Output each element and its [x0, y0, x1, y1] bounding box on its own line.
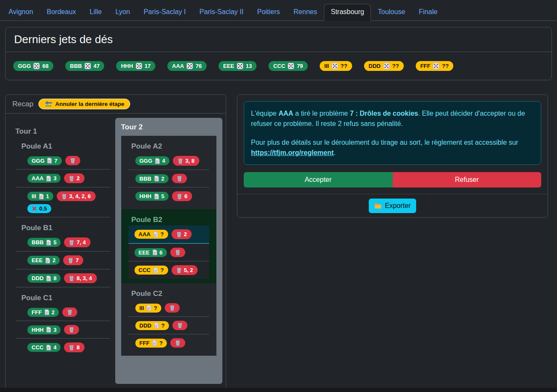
tour-2-current-box: Tour 2 Poule A2 GGG4 3, 8 — [115, 118, 223, 384]
refuse-button[interactable]: Refuser — [393, 172, 542, 187]
tab-lille[interactable]: Lille — [83, 4, 108, 21]
team-problem-pill: DDD? — [135, 321, 169, 330]
tab-paris-saclay-1[interactable]: Paris-Saclay I — [137, 4, 193, 21]
dice-icon — [288, 63, 294, 69]
team-row: BBB5 7, 4 — [15, 234, 110, 252]
city-tab-bar: Avignon Bordeaux Lille Lyon Paris-Saclay… — [0, 0, 557, 21]
dice-rolls-row: GGG68 BBB47 HHH17 AAA76 EEE13 CCC79 III?… — [6, 52, 551, 80]
dice-icon — [383, 63, 390, 69]
rejected-problems-pill: 7, 4 — [64, 237, 90, 247]
team-problem-pill: CCC? — [134, 266, 168, 275]
trash-icon — [68, 257, 73, 263]
trash-icon — [178, 158, 183, 164]
team-row: BBB2 — [128, 170, 210, 187]
problem-icon — [45, 257, 50, 263]
problem-icon — [154, 176, 159, 181]
tab-poitiers[interactable]: Poitiers — [250, 4, 286, 21]
reglement-link[interactable]: https://tfjm.org/reglement — [251, 149, 334, 156]
problem-icon — [44, 309, 50, 315]
rejected-problems-pill — [172, 321, 187, 330]
poule-c2-title: Poule C2 — [131, 290, 215, 298]
team-row: GGG4 3, 8 — [128, 152, 210, 170]
team-problem-pill: III1 — [27, 192, 53, 201]
tab-avignon[interactable]: Avignon — [2, 4, 40, 21]
dice-icon — [33, 63, 40, 69]
rejected-problems-pill: 3, 4, 2, 6 — [57, 191, 96, 201]
dice-roll-badge: DDD?? — [364, 61, 404, 71]
trash-icon — [69, 345, 74, 351]
team-problem-pill: CCC4 — [27, 343, 61, 352]
problem-icon — [153, 267, 158, 273]
trash-icon — [176, 231, 182, 237]
problem-icon — [154, 322, 159, 328]
problem-icon — [154, 193, 159, 199]
tab-toulouse[interactable]: Toulouse — [371, 4, 412, 21]
team-row: FFF2 — [15, 304, 110, 321]
team-problem-pill: GGG4 — [135, 156, 170, 165]
dice-roll-badge: AAA76 — [167, 61, 207, 71]
draw-info-alert: L'équipe AAA a tiré le problème 7 : Drôl… — [244, 101, 541, 165]
poule-c1-title: Poule C1 — [21, 294, 110, 302]
dice-roll-badge: EEE13 — [219, 61, 257, 71]
tab-paris-saclay-2[interactable]: Paris-Saclay II — [192, 4, 250, 21]
dice-icon — [332, 63, 338, 69]
team-problem-pill: EEE2 — [27, 256, 60, 265]
team-problem-pill: AAA3 — [27, 174, 61, 183]
trash-icon — [67, 309, 73, 315]
tab-lyon[interactable]: Lyon — [109, 4, 137, 21]
trash-icon — [69, 240, 74, 246]
team-problem-pill: DDD8 — [27, 274, 61, 283]
poule-b2-active: Poule B2 AAA? 2 E — [121, 209, 217, 283]
rejected-problems-pill — [170, 338, 185, 348]
team-row: HHH3 — [15, 321, 110, 339]
rejected-problems-pill — [64, 325, 79, 334]
tab-finale[interactable]: Finale — [412, 4, 444, 21]
poule-c1: Poule C1 FFF2 HHH3 — [15, 294, 110, 356]
problem-icon — [152, 340, 157, 346]
problem-icon — [152, 249, 157, 255]
trash-icon — [70, 158, 76, 164]
rejected-problems-pill: 7 — [63, 255, 83, 265]
team-problem-pill: HHH3 — [27, 325, 61, 334]
dice-icon — [237, 63, 243, 69]
poule-b2-title: Poule B2 — [131, 216, 215, 224]
dice-rolls-panel: Derniers jets de dés GGG68 BBB47 HHH17 A… — [5, 27, 552, 80]
tab-bordeaux[interactable]: Bordeaux — [40, 4, 83, 21]
draw-action-panel: L'équipe AAA a tiré le problème 7 : Drôl… — [237, 94, 548, 218]
rejected-problems-pill: 6 — [172, 191, 192, 201]
dice-panel-title: Derniers jets de dés — [14, 33, 543, 46]
dice-roll-badge: III?? — [320, 61, 352, 71]
team-row: DDD? — [128, 317, 210, 334]
undo-last-step-button[interactable]: Annuler la dernière étape — [38, 99, 130, 109]
poule-b1: Poule B1 BBB5 7, 4 EEE2 7 — [15, 224, 110, 287]
rules-info-text: Pour plus de détails sur le déroulement … — [251, 137, 534, 158]
rejected-problems-pill — [65, 156, 80, 165]
problem-icon — [46, 176, 51, 181]
dice-icon — [136, 63, 142, 69]
back-icon — [44, 101, 52, 107]
trash-icon — [177, 193, 182, 199]
tour-1-column: Tour 1 Poule A1 GGG7 AAA3 2 — [11, 118, 110, 384]
rejected-problems-pill: 2 — [64, 173, 84, 183]
tab-strasbourg[interactable]: Strasbourg — [324, 4, 371, 21]
rejected-problems-pill — [62, 307, 77, 317]
trash-icon — [176, 267, 182, 273]
team-problem-pill: FFF2 — [27, 308, 59, 317]
team-row: III? — [128, 299, 210, 317]
recap-panel: Recap Annuler la dernière étape Tour 1 P… — [5, 94, 226, 389]
rejected-problems-pill: 2 — [172, 229, 192, 239]
export-button[interactable]: Exporter — [369, 199, 416, 213]
poule-a2: Poule A2 GGG4 3, 8 — [121, 136, 217, 209]
problem-icon — [146, 305, 152, 311]
problem-icon — [46, 240, 51, 246]
accept-button[interactable]: Accepter — [244, 172, 393, 187]
team-row: EEE2 7 — [15, 252, 110, 269]
poule-c2: Poule C2 III? DD — [121, 283, 217, 356]
tab-rennes[interactable]: Rennes — [287, 4, 324, 21]
team-problem-pill: AAA? — [134, 230, 168, 239]
team-problem-pill: HHH5 — [135, 192, 169, 201]
poule-a1-title: Poule A1 — [21, 142, 110, 151]
team-row: HHH5 6 — [128, 187, 210, 205]
problem-icon — [38, 193, 44, 199]
trash-icon — [69, 327, 74, 333]
